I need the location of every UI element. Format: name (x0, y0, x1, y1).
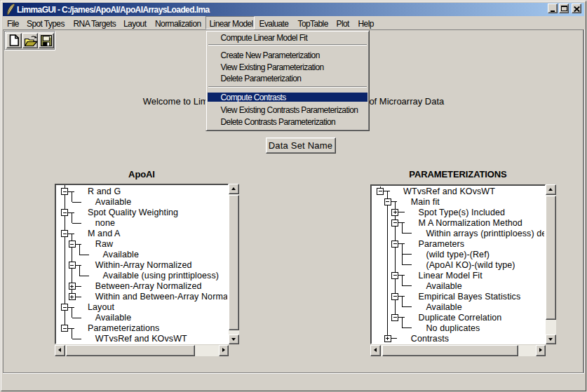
svg-text:No duplicates: No duplicates (426, 323, 480, 333)
svg-text:(wild type)-(Ref): (wild type)-(Ref) (426, 250, 490, 259)
svg-text:Within and Between-Array Norma: Within and Between-Array Normalized (95, 292, 227, 302)
svg-text:Available: Available (95, 313, 131, 323)
svg-text:Available: Available (95, 197, 131, 207)
svg-text:Available: Available (103, 250, 139, 259)
svg-text:Available (using printtiploess: Available (using printtiploess) (103, 271, 219, 281)
svg-text:Duplicate Correlation: Duplicate Correlation (419, 313, 502, 323)
svg-text:none: none (95, 218, 115, 228)
svg-text:Available: Available (426, 302, 461, 312)
svg-text:Parameters: Parameters (419, 239, 465, 249)
svg-text:Available: Available (426, 281, 461, 291)
svg-text:Within-Array Normalized: Within-Array Normalized (95, 260, 192, 270)
svg-text:Between-Array Normalized: Between-Array Normalized (95, 281, 202, 291)
svg-text:Within arrays (printtiploess): Within arrays (printtiploess) default (426, 229, 544, 238)
svg-text:Spot Quality Weighting: Spot Quality Weighting (88, 208, 178, 217)
svg-text:Raw: Raw (95, 239, 114, 249)
svg-text:Spot Type(s) Included: Spot Type(s) Included (419, 208, 505, 217)
svg-text:WTvsRef and KOvsWT: WTvsRef and KOvsWT (403, 187, 495, 196)
svg-text:M A Normalization Method: M A Normalization Method (419, 218, 522, 228)
svg-text:Parameterizations: Parameterizations (88, 323, 159, 333)
svg-text:WTvsRef and KOvsWT: WTvsRef and KOvsWT (95, 334, 187, 343)
svg-text:(ApoAI KO)-(wild type): (ApoAI KO)-(wild type) (426, 260, 515, 270)
svg-text:Contrasts: Contrasts (411, 334, 449, 343)
svg-text:M and A: M and A (88, 229, 121, 238)
svg-text:Layout: Layout (88, 302, 115, 312)
svg-text:Linear Model Fit: Linear Model Fit (419, 271, 483, 281)
svg-text:R and G: R and G (88, 187, 121, 196)
svg-text:Empirical Bayes Statistics: Empirical Bayes Statistics (419, 292, 521, 302)
svg-text:Main fit: Main fit (411, 197, 440, 207)
